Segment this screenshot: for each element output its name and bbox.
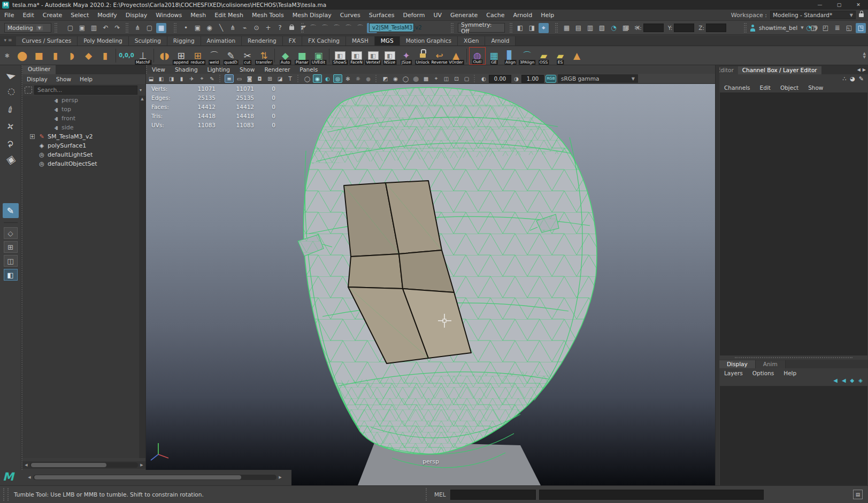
select-hierarchy-icon[interactable]: ⋔	[133, 23, 143, 33]
shelf-item[interactable]	[327, 47, 332, 65]
mel-command-input[interactable]	[450, 490, 536, 500]
new-layer-from-selected-icon[interactable]: ◈	[858, 377, 863, 386]
outliner-item-persp[interactable]: persp	[22, 96, 145, 105]
unlock-normals-icon[interactable]: Unlock	[414, 47, 431, 65]
exposure-field[interactable]: 0.00	[489, 75, 511, 83]
poly-pipe-icon[interactable]: ▮	[97, 47, 113, 65]
menu-set-select[interactable]: Modeling ▼	[4, 23, 51, 33]
snap-curve-icon[interactable]: ▣	[193, 23, 203, 33]
reverse-normals-icon[interactable]: ↩ Reverse	[431, 47, 448, 65]
three-point-align-icon[interactable]: ⌒ 3PAlign	[519, 47, 535, 65]
scroll-left-icon[interactable]: ◀	[22, 463, 30, 467]
lock-camera-icon[interactable]: ◧	[157, 74, 166, 83]
history-icon[interactable]: ⌒	[355, 23, 365, 33]
outliner-shelf-icon[interactable]: ◍ Outl	[469, 47, 486, 65]
face-normals-icon[interactable]: ◧ FaceN	[348, 47, 365, 65]
pin-panel-icon[interactable]: ⌖	[539, 23, 549, 33]
open-scene-icon[interactable]: ▣	[77, 23, 87, 33]
bookmark-icon[interactable]: ▮	[177, 74, 186, 83]
resolution-gate-icon[interactable]: ◙	[245, 74, 254, 83]
menu-uv[interactable]: UV	[429, 10, 446, 21]
texture-view-icon[interactable]: ▧	[597, 23, 607, 33]
mel-label[interactable]: MEL	[434, 491, 446, 498]
gate-mask-icon[interactable]: ◘	[255, 74, 264, 83]
poly-sphere-icon[interactable]: ⬤	[14, 47, 30, 65]
snap-grid-icon[interactable]: •	[181, 23, 191, 33]
outliner-item-front[interactable]: front	[22, 114, 145, 123]
menu-edit-mesh[interactable]: Edit Mesh	[210, 10, 248, 21]
auto-uv-icon[interactable]: ◆ Auto	[277, 47, 294, 65]
textured-mode-icon[interactable]: ✻	[343, 74, 352, 83]
poly-cylinder-icon[interactable]: ▮	[47, 47, 64, 65]
shelf-tab-rendering[interactable]: Rendering	[242, 36, 283, 45]
lasso-tool-icon[interactable]: ◌	[3, 84, 19, 99]
rotate-tool-icon[interactable]: ↻	[3, 136, 19, 151]
shelf-tab-fx[interactable]: FX	[283, 36, 302, 45]
character-icon[interactable]: ◰	[820, 23, 831, 33]
panel-menu-show[interactable]: Show	[235, 66, 259, 73]
exposure-icon[interactable]: ◐	[479, 74, 488, 83]
vertex-normals-icon[interactable]: ◧ Vertexf	[365, 47, 381, 65]
shelf-menu-icon[interactable]: ▾ ≡	[0, 35, 16, 45]
undo-icon[interactable]: ↶	[101, 23, 111, 33]
wireframe-on-shaded-icon[interactable]: ◎	[333, 74, 342, 83]
grid-snap-icon[interactable]: ⊞	[621, 23, 632, 33]
shelf-tab-xgen[interactable]: XGen	[458, 36, 485, 45]
tab-scroll-right-icon[interactable]: ▶	[863, 67, 866, 72]
outliner-menu-display[interactable]: Display	[22, 76, 52, 82]
camera-attributes-icon[interactable]: ◨	[167, 74, 176, 83]
minimize-button[interactable]: —	[810, 0, 829, 10]
move-tool-icon[interactable]: ✛	[3, 119, 19, 134]
outliner-item-defaultlightset[interactable]: defaultLightSet	[22, 150, 145, 159]
select-tool-icon[interactable]: ◤	[3, 67, 19, 82]
script-editor-icon[interactable]: ▤	[853, 490, 863, 499]
speed-cut-icon[interactable]: ◕	[850, 75, 855, 82]
gear-icon[interactable]: ✱	[0, 52, 14, 59]
layer-menu-help[interactable]: Help	[779, 370, 801, 376]
outliner-item-polysurface1[interactable]: polySurface1	[22, 141, 145, 150]
shaded-icon[interactable]: ◉	[313, 74, 322, 83]
layer-menu-options[interactable]: Options	[748, 370, 779, 376]
motion-blur-icon[interactable]: ◉	[391, 74, 400, 83]
outliner-horizontal-scrollbar[interactable]: ◀ ▶	[22, 461, 145, 469]
outliner-menu-help[interactable]: Help	[75, 76, 97, 82]
workspace-select[interactable]: Modeling - Standard* ▼	[770, 11, 856, 19]
dof-icon[interactable]: ◯	[401, 74, 410, 83]
outliner-tab[interactable]: Outliner	[22, 65, 56, 74]
channelbox-menu-channels[interactable]: Channels	[719, 84, 755, 91]
gamma-icon[interactable]: ◑	[512, 74, 521, 83]
tab-channel-box-layer-editor[interactable]: Channel Box / Layer Editor	[738, 66, 821, 74]
layer-tab-display[interactable]: Display	[719, 360, 756, 368]
render-settings-icon[interactable]: ▦	[562, 23, 572, 33]
drag-grip[interactable]	[3, 488, 9, 501]
user-account-icon[interactable]	[750, 25, 756, 32]
menu-modify[interactable]: Modify	[93, 10, 121, 21]
image-plane-icon[interactable]: ⌖	[197, 74, 206, 83]
scene-assembly-icon[interactable]: ◫	[809, 23, 819, 33]
shelf-tab-animation[interactable]: Animation	[201, 36, 242, 45]
channelbox-menu-show[interactable]: Show	[803, 84, 828, 91]
outliner-item-side[interactable]: side	[22, 123, 145, 132]
use-all-lights-icon[interactable]: ☼	[354, 74, 363, 83]
quad-draw-icon[interactable]: ✎ quadD	[222, 47, 239, 65]
shelf-tab-curves-surfaces[interactable]: Curves / Surfaces	[16, 36, 78, 45]
snapshot-icon[interactable]: ▢	[462, 74, 471, 83]
gamma-field[interactable]: 1.00	[521, 75, 544, 83]
filter-icon[interactable]	[25, 87, 32, 94]
outliner-vertical-scrollbar[interactable]: ▲	[139, 96, 145, 458]
history-toggle-icon[interactable]: ⌒	[343, 23, 354, 33]
construction-history-icon[interactable]: ⌒	[332, 23, 342, 33]
snap-view-plane-icon[interactable]: ⋔	[228, 23, 238, 33]
set-layer-up-icon[interactable]: ◀	[833, 377, 838, 386]
render-view-icon[interactable]: ◔	[609, 23, 619, 33]
channelbox-menu-object[interactable]: Object	[775, 84, 803, 91]
cone-icon[interactable]: ▲	[569, 47, 585, 65]
layer-tab-anim[interactable]: Anim	[756, 360, 786, 368]
mirror-icon[interactable]: ◖◗	[156, 47, 173, 65]
lock-selection-icon[interactable]	[287, 23, 297, 33]
snap-center-icon[interactable]: ⊙	[251, 23, 262, 33]
menu-mesh-display[interactable]: Mesh Display	[288, 10, 336, 21]
menu-create[interactable]: Create	[39, 10, 67, 21]
menu-deform[interactable]: Deform	[398, 10, 429, 21]
make-live-icon[interactable]: ⌁	[240, 23, 250, 33]
